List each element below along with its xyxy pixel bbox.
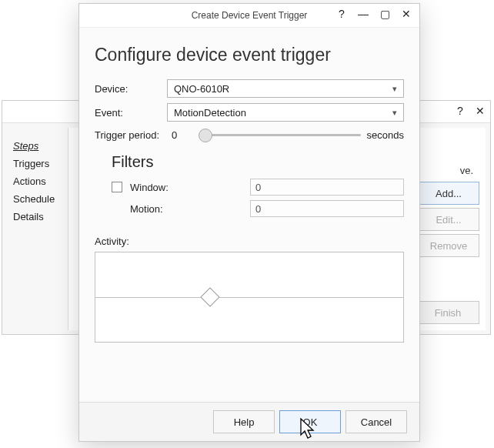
- event-dropdown[interactable]: MotionDetection ▾: [167, 103, 404, 122]
- edit-button[interactable]: Edit...: [418, 208, 479, 231]
- hint-text-fragment: ve.: [460, 165, 473, 176]
- activity-marker[interactable]: [200, 287, 219, 306]
- trigger-period-value: 0: [172, 129, 177, 141]
- event-value: MotionDetection: [174, 107, 246, 119]
- help-icon[interactable]: ?: [335, 7, 349, 21]
- add-button[interactable]: Add...: [418, 182, 479, 205]
- motion-label: Motion:: [130, 203, 250, 215]
- event-label: Event:: [95, 107, 167, 119]
- step-triggers[interactable]: Triggers: [13, 158, 60, 169]
- activity-graph: [95, 252, 404, 343]
- close-icon[interactable]: ✕: [399, 7, 413, 21]
- create-device-event-trigger-dialog: Create Device Event Trigger ? — ▢ ✕ Conf…: [78, 3, 420, 442]
- help-button[interactable]: Help: [213, 410, 275, 433]
- help-icon[interactable]: ?: [453, 104, 467, 118]
- cancel-button[interactable]: Cancel: [345, 410, 407, 433]
- device-dropdown[interactable]: QNO-6010R ▾: [167, 79, 404, 98]
- trigger-period-slider[interactable]: [185, 127, 362, 142]
- motion-input[interactable]: 0: [250, 200, 404, 217]
- ok-button[interactable]: OK: [279, 410, 341, 433]
- trigger-period-unit: seconds: [367, 129, 404, 141]
- remove-button[interactable]: Remove: [418, 234, 479, 257]
- dialog-title: Create Device Event Trigger: [192, 10, 308, 21]
- trigger-period-label: Trigger period:: [95, 129, 167, 141]
- steps-heading: Steps: [13, 140, 60, 152]
- finish-button[interactable]: Finish: [416, 301, 479, 324]
- activity-label: Activity:: [95, 236, 404, 247]
- wizard-steps: Steps Triggers Actions Schedule Details: [2, 123, 68, 335]
- dialog-titlebar[interactable]: Create Device Event Trigger ? — ▢ ✕: [79, 4, 419, 28]
- window-input[interactable]: 0: [250, 179, 404, 196]
- dialog-footer: Help OK Cancel: [79, 402, 419, 441]
- minimize-icon[interactable]: —: [356, 7, 370, 21]
- slider-thumb[interactable]: [199, 129, 212, 142]
- filters-heading: Filters: [112, 153, 404, 171]
- window-label: Window:: [130, 182, 250, 193]
- chevron-down-icon: ▾: [392, 84, 397, 94]
- chevron-down-icon: ▾: [392, 108, 397, 118]
- close-icon[interactable]: ✕: [473, 104, 487, 118]
- device-value: QNO-6010R: [174, 83, 229, 95]
- device-label: Device:: [95, 83, 167, 95]
- step-details[interactable]: Details: [13, 211, 60, 222]
- maximize-icon[interactable]: ▢: [378, 7, 392, 21]
- step-actions[interactable]: Actions: [13, 176, 60, 187]
- page-title: Configure device event trigger: [95, 45, 404, 65]
- window-checkbox[interactable]: [112, 182, 122, 192]
- step-schedule[interactable]: Schedule: [13, 193, 60, 205]
